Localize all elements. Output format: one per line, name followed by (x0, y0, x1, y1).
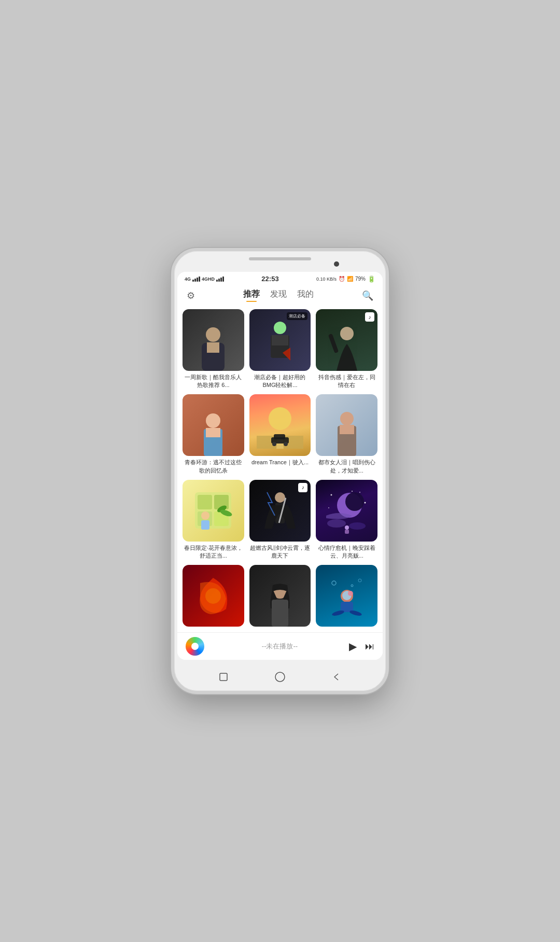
list-item[interactable]: 一周新歌｜酷我音乐人热歌推荐 6... (183, 309, 244, 389)
svg-point-7 (340, 327, 354, 340)
status-right: 0.10 KB/s ⏰ 📶 79% 🔋 (316, 275, 375, 283)
svg-rect-21 (340, 425, 354, 434)
home-circle-button[interactable] (274, 671, 286, 683)
list-item[interactable]: ♪ 抖音伤感｜爱在左，同情在右 (316, 309, 377, 389)
svg-point-31 (275, 492, 285, 503)
svg-rect-8 (328, 333, 339, 353)
svg-point-41 (345, 525, 349, 530)
svg-point-12 (269, 407, 291, 430)
tiktok-badge-8: ♪ (298, 483, 307, 492)
svg-rect-42 (345, 530, 349, 534)
svg-rect-11 (206, 428, 220, 437)
svg-point-19 (340, 412, 354, 425)
signal-bars-2 (216, 276, 224, 282)
tab-mine[interactable]: 我的 (297, 289, 314, 302)
svg-rect-16 (274, 434, 285, 439)
thumbnail-3: ♪ (316, 309, 377, 371)
svg-point-38 (352, 491, 353, 492)
svg-rect-23 (198, 495, 212, 509)
item-label-6: 都市女人泪｜唱到伤心处，才知爱... (316, 459, 377, 475)
phone-screen: 4G 4GHD 22:53 0.10 KB/s ⏰ (177, 272, 383, 660)
tab-recommend[interactable]: 推荐 (243, 289, 260, 302)
svg-point-43 (327, 519, 346, 528)
svg-point-37 (328, 507, 329, 508)
next-button[interactable]: ⏭ (365, 641, 374, 652)
thumbnail-8: ♪ (249, 480, 311, 542)
camera (334, 261, 339, 267)
list-item[interactable]: 春日限定·花开春意浓，舒适正当... (183, 480, 244, 560)
svg-point-35 (359, 492, 360, 493)
item-label-7: 春日限定·花开春意浓，舒适正当... (183, 544, 244, 560)
battery-text: 79% (355, 276, 366, 282)
status-time: 22:53 (261, 275, 278, 283)
network-4ghd: 4GHD (202, 276, 215, 282)
svg-point-0 (206, 327, 220, 342)
thumbnail-10 (183, 565, 244, 627)
list-item[interactable]: 心情疗愈机｜晚安踩着云、月亮贩... (316, 480, 377, 560)
thumbnail-2: 潮店必备 (249, 309, 311, 371)
thumbnail-4 (183, 394, 244, 456)
list-item[interactable]: dream Trance｜驶入... (249, 394, 311, 474)
nav-bar: ⚙ 推荐 发现 我的 🔍 (177, 285, 383, 305)
svg-point-44 (349, 522, 366, 530)
item-label-5: dream Trance｜驶入... (249, 459, 311, 466)
item-label-3: 抖音伤感｜爱在左，同情在右 (316, 373, 377, 390)
thumbnail-11 (249, 565, 311, 627)
item-label-8: 超燃古风‖剑冲云霄，逐鹿天下 (249, 544, 311, 560)
svg-rect-30 (201, 520, 209, 530)
svg-point-3 (274, 322, 286, 334)
svg-point-36 (364, 502, 366, 504)
player-disc (186, 637, 204, 656)
thumbnail-7 (183, 480, 244, 542)
search-icon[interactable]: 🔍 (362, 290, 373, 301)
battery-icon: 🔋 (368, 275, 375, 283)
signal-bars-1 (192, 276, 200, 282)
svg-point-49 (358, 579, 361, 582)
badge-2: 潮店必备 (287, 312, 307, 320)
status-bar: 4G 4GHD 22:53 0.10 KB/s ⏰ (177, 272, 383, 285)
status-left: 4G 4GHD (185, 276, 224, 282)
svg-rect-5 (272, 335, 288, 345)
svg-point-9 (206, 413, 220, 428)
alarm-icon: ⏰ (339, 276, 345, 282)
tiktok-badge-3: ♪ (365, 312, 374, 322)
home-button[interactable] (218, 671, 229, 683)
list-item[interactable] (183, 565, 244, 629)
svg-point-18 (284, 442, 288, 446)
thumbnail-5 (249, 394, 311, 456)
player-status: --未在播放-- (211, 642, 349, 651)
svg-rect-47 (272, 600, 288, 627)
list-item[interactable]: 都市女人泪｜唱到伤心处，才知爱... (316, 394, 377, 474)
tab-discover[interactable]: 发现 (270, 289, 287, 302)
svg-point-48 (332, 581, 336, 585)
network-4g: 4G (185, 276, 191, 282)
item-label-4: 青春环游：逃不过这些歌的回忆杀 (183, 459, 244, 475)
back-button[interactable] (331, 671, 342, 683)
play-button[interactable]: ▶ (349, 640, 357, 653)
wifi-icon: 📶 (347, 276, 353, 282)
svg-point-29 (201, 511, 209, 520)
svg-rect-2 (207, 342, 219, 353)
list-item[interactable]: ♪ 超燃古风‖剑冲云霄，逐鹿天下 (249, 480, 311, 560)
list-item[interactable] (249, 565, 311, 629)
thumbnail-12 (316, 565, 377, 627)
item-label-2: 潮店必备｜超好用的BMG轻松解... (249, 373, 311, 390)
player-disc-inner (191, 643, 199, 650)
bottom-nav (174, 668, 386, 686)
svg-point-45 (205, 588, 221, 604)
music-grid: 一周新歌｜酷我音乐人热歌推荐 6... 潮店必备 (183, 309, 377, 629)
list-item[interactable]: 青春环游：逃不过这些歌的回忆杀 (183, 394, 244, 474)
svg-point-17 (272, 442, 276, 446)
thumbnail-6 (316, 394, 377, 456)
item-label-9: 心情疗愈机｜晚安踩着云、月亮贩... (316, 544, 377, 560)
filter-icon[interactable]: ⚙ (187, 290, 195, 301)
speed-indicator: 0.10 KB/s (316, 276, 337, 282)
phone-frame: 4G 4GHD 22:53 0.10 KB/s ⏰ (171, 248, 389, 694)
thumbnail-9 (316, 480, 377, 542)
thumbnail-1 (183, 309, 244, 371)
bottom-player: --未在播放-- ▶ ⏭ (177, 632, 383, 660)
svg-point-50 (351, 585, 353, 587)
svg-point-58 (275, 672, 285, 682)
list-item[interactable] (316, 565, 377, 629)
list-item[interactable]: 潮店必备 潮店必备｜超好用的BMG轻松解... (249, 309, 311, 389)
